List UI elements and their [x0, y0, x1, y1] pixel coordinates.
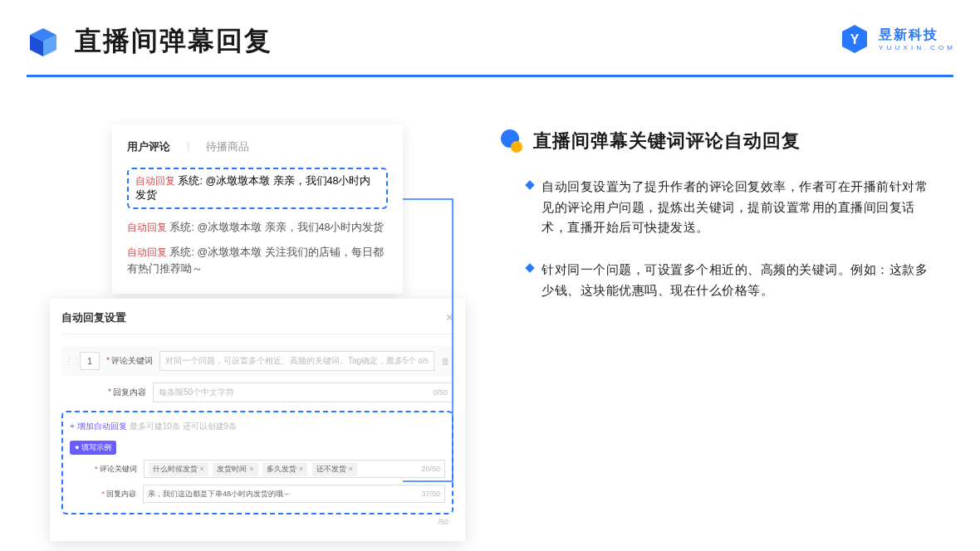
label-reply: *回复内容: [100, 387, 146, 398]
diamond-bullet-icon: [525, 180, 534, 189]
page-header: 直播间弹幕回复 Y 昱新科技 Y U U X I N . C O M: [27, 23, 953, 77]
trash-icon[interactable]: 🗑: [441, 356, 450, 366]
comments-card: 用户评论 | 待播商品 自动回复 系统: @冰墩墩本墩 亲亲，我们48小时内发货…: [112, 124, 403, 294]
keyword-input[interactable]: 对同一个问题，可设置多个相近、高频的关键词。Tag确定，最多5个 0/5: [159, 351, 434, 371]
brand-logo-icon: Y: [839, 23, 870, 55]
settings-card: 自动回复设置 × ⋮⋮ 1 *评论关键词 对同一个问题，可设置多个相近、高频的关…: [50, 299, 465, 541]
info-heading-row: 直播间弹幕关键词评论自动回复: [498, 129, 930, 154]
info-heading: 直播间弹幕关键词评论自动回复: [533, 129, 801, 154]
bullet-item: 针对同一个问题，可设置多个相近的、高频的关键词。例如：这款多少钱、这块能优惠吗、…: [498, 260, 930, 300]
tab-pending-goods[interactable]: 待播商品: [206, 139, 249, 154]
bullet-text: 自动回复设置为了提升作者的评论回复效率，作者可在开播前针对常见的评论用户问题，提…: [541, 177, 930, 238]
form-row-keyword: ⋮⋮ 1 *评论关键词 对同一个问题，可设置多个相近、高频的关键词。Tag确定，…: [61, 346, 453, 376]
auto-reply-tag: 自动回复: [135, 175, 175, 187]
info-panel: 直播间弹幕关键词评论自动回复 自动回复设置为了提升作者的评论回复效率，作者可在开…: [498, 129, 930, 322]
ex-label-keyword: *评论关键词: [95, 464, 137, 475]
example-badge: ● 填写示例: [70, 441, 116, 455]
tag-chip[interactable]: 还不发货: [312, 462, 357, 476]
tabs: 用户评论 | 待播商品: [127, 139, 388, 154]
comment-row: 自动回复 系统: @冰墩墩本墩 关注我们的店铺，每日都有热门推荐呦～: [127, 244, 388, 277]
outer-counter: /50: [61, 518, 453, 526]
svg-text:Y: Y: [850, 32, 860, 46]
settings-header: 自动回复设置 ×: [61, 310, 453, 334]
tag-chip[interactable]: 多久发货: [262, 462, 307, 476]
svg-point-5: [511, 141, 522, 153]
label-keyword: *评论关键词: [106, 355, 153, 367]
comment-row: 自动回复 系统: @冰墩墩本墩 亲亲，我们48小时内发货: [127, 219, 388, 236]
brand-url: Y U U X I N . C O M: [879, 44, 953, 51]
auto-reply-tag: 自动回复: [127, 246, 167, 258]
diamond-bullet-icon: [525, 263, 534, 272]
settings-title: 自动回复设置: [61, 311, 126, 325]
cube-icon: [27, 25, 60, 58]
header-left: 直播间弹幕回复: [27, 23, 272, 60]
ex-keyword-input[interactable]: 什么时候发货 发货时间 多久发货 还不发货 20/50: [144, 460, 445, 478]
page-title: 直播间弹幕回复: [75, 23, 272, 60]
highlighted-comment: 自动回复 系统: @冰墩墩本墩 亲亲，我们48小时内发货: [127, 168, 388, 209]
add-hint: 最多可建10条 还可以创建9条: [130, 422, 237, 431]
close-icon[interactable]: ×: [446, 310, 453, 325]
drag-handle-icon[interactable]: ⋮⋮: [65, 357, 73, 366]
tab-user-comments[interactable]: 用户评论: [127, 139, 170, 154]
tag-chip[interactable]: 什么时候发货: [149, 462, 208, 476]
ex-reply-input[interactable]: 亲，我们这边都是下单48小时内发货的哦～ 37/50: [143, 485, 445, 503]
brand-name: 昱新科技: [879, 27, 953, 44]
form-row-reply: *回复内容 每条限50个中文字符 0/50: [61, 383, 453, 402]
chat-bubble-icon: [498, 129, 523, 154]
brand-text: 昱新科技 Y U U X I N . C O M: [879, 27, 953, 51]
comment-text: 系统: @冰墩墩本墩 亲亲，我们48小时内发货: [167, 222, 385, 233]
order-input[interactable]: 1: [80, 352, 100, 370]
ex-label-reply: *回复内容: [95, 489, 136, 500]
brand: Y 昱新科技 Y U U X I N . C O M: [839, 23, 953, 55]
reply-input[interactable]: 每条限50个中文字符 0/50: [153, 383, 453, 402]
example-row-keyword: *评论关键词 什么时候发货 发货时间 多久发货 还不发货 20/50: [70, 460, 445, 478]
example-row-reply: *回复内容 亲，我们这边都是下单48小时内发货的哦～ 37/50: [70, 485, 445, 503]
auto-reply-tag: 自动回复: [127, 222, 167, 233]
example-highlight: + 增加自动回复 最多可建10条 还可以创建9条 ● 填写示例 *评论关键词 什…: [61, 411, 453, 514]
add-auto-reply-link[interactable]: + 增加自动回复: [70, 422, 127, 431]
bullet-item: 自动回复设置为了提升作者的评论回复效率，作者可在开播前针对常见的评论用户问题，提…: [498, 177, 930, 238]
tag-chip[interactable]: 发货时间: [213, 462, 257, 476]
bullet-text: 针对同一个问题，可设置多个相近的、高频的关键词。例如：这款多少钱、这块能优惠吗、…: [541, 260, 930, 300]
